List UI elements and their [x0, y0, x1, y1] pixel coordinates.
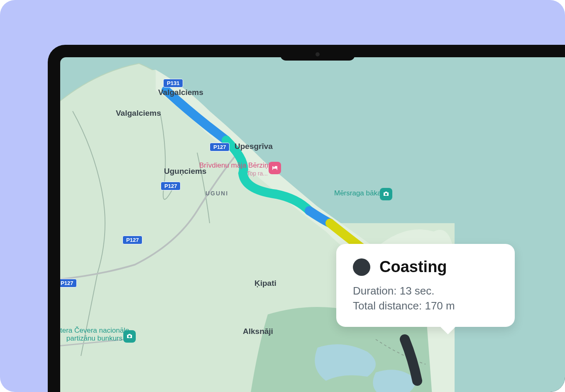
- label-kipati: Ķipati: [254, 279, 276, 288]
- route-popup[interactable]: Coasting Duration: 13 sec. Total distanc…: [336, 244, 515, 327]
- label-uguni: UGUNI: [205, 190, 228, 197]
- label-valgalciems: Valgalciems: [116, 109, 161, 118]
- popup-dot-icon: [353, 258, 370, 276]
- map-screen[interactable]: P131 P127 P127 P127 P127 Valgalciems Val…: [60, 57, 565, 392]
- map-svg: [60, 57, 565, 392]
- laptop-frame: P131 P127 P127 P127 P127 Valgalciems Val…: [48, 45, 565, 392]
- poi-brivdienu-name: Brīvdienu māja Bērziņi ...: [199, 161, 278, 169]
- poi-cevera-line2: partizānu bunkurs: [66, 334, 122, 342]
- road-shield-p127-c: P127: [122, 236, 142, 244]
- stage: P131 P127 P127 P127 P127 Valgalciems Val…: [0, 0, 565, 392]
- poi-cevera[interactable]: tera Čevera nacionālo partizānu bunkurs: [60, 327, 122, 342]
- camera-icon-2[interactable]: [123, 330, 136, 343]
- label-upesgriva: Upesgrīva: [235, 142, 273, 151]
- road-shield-p127-b: P127: [161, 182, 181, 190]
- laptop-camera: [316, 52, 320, 56]
- popup-tail: [440, 326, 456, 334]
- road-shield-p131: P131: [163, 79, 183, 88]
- popup-distance: Total distance: 170 m: [353, 298, 498, 313]
- road-shield-p127-a: P127: [210, 143, 230, 151]
- camera-icon[interactable]: [380, 188, 392, 200]
- label-valgalciems-top: Valgalciems: [158, 88, 203, 97]
- poi-mersraga[interactable]: Mērsraga bāka: [334, 190, 381, 197]
- road-shield-p127-d: P127: [60, 279, 77, 287]
- popup-duration: Duration: 13 sec.: [353, 283, 498, 298]
- poi-brivdienu[interactable]: Brīvdienu māja Bērziņi ... Top ra...: [199, 162, 268, 177]
- popup-header: Coasting: [353, 258, 498, 276]
- popup-title: Coasting: [379, 258, 447, 276]
- lodging-icon[interactable]: [269, 162, 281, 174]
- poi-cevera-line1: tera Čevera nacionālo: [60, 326, 129, 334]
- label-alksnaji: Alksnāji: [243, 327, 273, 336]
- poi-brivdienu-sub: Top ra...: [247, 170, 268, 177]
